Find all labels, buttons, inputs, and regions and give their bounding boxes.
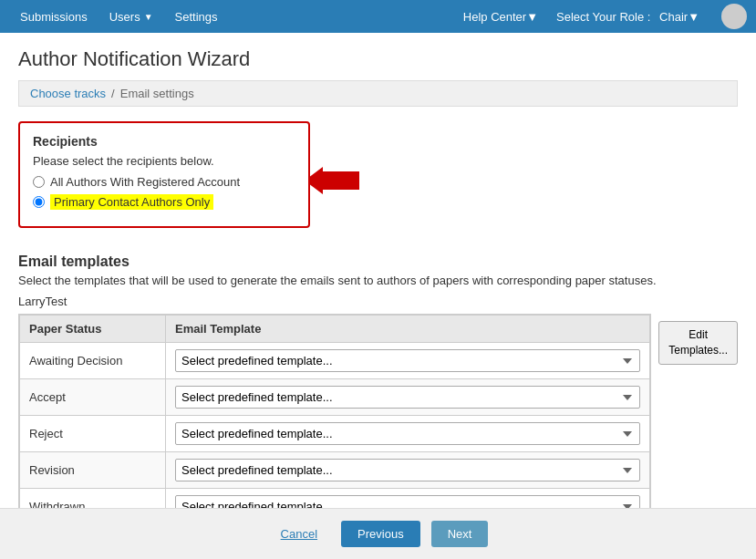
previous-button[interactable]: Previous <box>341 521 420 547</box>
breadcrumb: Choose tracks / Email settings <box>18 80 738 107</box>
help-dropdown-arrow: ▼ <box>526 10 538 24</box>
table-row: Reject Select predefined template... <box>20 416 650 452</box>
navbar-left: Submissions Users ▼ Settings <box>9 0 229 33</box>
table-row: Accept Select predefined template... <box>20 379 650 416</box>
footer-bar: Cancel Previous Next <box>0 508 756 559</box>
nav-settings[interactable]: Settings <box>164 0 229 33</box>
red-arrow-icon <box>305 167 359 194</box>
navbar: Submissions Users ▼ Settings Help Center… <box>0 0 756 33</box>
template-select-accept[interactable]: Select predefined template... <box>175 386 640 409</box>
template-select-reject[interactable]: Select predefined template... <box>175 422 640 445</box>
recipients-box: Recipients Please select the recipients … <box>18 121 310 228</box>
table-area: Paper Status Email Template Awaiting Dec… <box>18 314 738 526</box>
next-button[interactable]: Next <box>431 521 489 547</box>
template-awaiting: Select predefined template... <box>166 343 650 379</box>
edit-templates-button[interactable]: EditTemplates... <box>658 321 738 365</box>
template-accept: Select predefined template... <box>166 379 650 416</box>
radio-primary-contact: Primary Contact Authors Only <box>33 194 295 210</box>
radio-primary-contact-input[interactable] <box>33 196 45 208</box>
template-revision: Select predefined template... <box>166 452 650 489</box>
radio-all-authors-label: All Authors With Registered Account <box>50 175 240 189</box>
edit-templates-wrapper: EditTemplates... <box>658 314 738 365</box>
users-dropdown-arrow: ▼ <box>144 12 153 22</box>
templates-table: Paper Status Email Template Awaiting Dec… <box>19 315 650 525</box>
chair-dropdown-arrow: ▼ <box>688 10 699 24</box>
status-revision: Revision <box>20 452 166 489</box>
page-content: Author Notification Wizard Choose tracks… <box>0 33 756 559</box>
radio-all-authors: All Authors With Registered Account <box>33 175 295 189</box>
col-email-template: Email Template <box>166 316 650 343</box>
svg-marker-0 <box>305 167 359 194</box>
page-title: Author Notification Wizard <box>18 47 738 71</box>
nav-users[interactable]: Users ▼ <box>98 0 164 33</box>
template-reject: Select predefined template... <box>166 416 650 452</box>
nav-submissions[interactable]: Submissions <box>9 0 98 33</box>
radio-all-authors-input[interactable] <box>33 176 45 188</box>
template-select-revision[interactable]: Select predefined template... <box>175 459 640 481</box>
table-row: Revision Select predefined template... <box>20 452 650 489</box>
arrow-indicator <box>305 167 359 197</box>
email-templates-desc: Select the templates that will be used t… <box>18 274 738 287</box>
status-reject: Reject <box>20 416 166 452</box>
track-name: LarryTest <box>18 295 738 308</box>
recipients-description: Please select the recipients below. <box>33 154 295 168</box>
breadcrumb-separator: / <box>111 87 115 100</box>
template-select-awaiting[interactable]: Select predefined template... <box>175 349 640 372</box>
status-awaiting: Awaiting Decision <box>20 343 166 379</box>
cancel-button[interactable]: Cancel <box>268 522 330 546</box>
breadcrumb-choose-tracks[interactable]: Choose tracks <box>30 87 106 100</box>
breadcrumb-email-settings: Email settings <box>120 87 194 100</box>
recipients-title: Recipients <box>33 134 295 149</box>
status-accept: Accept <box>20 379 166 416</box>
avatar[interactable] <box>721 4 747 29</box>
table-row: Awaiting Decision Select predefined temp… <box>20 343 650 379</box>
nav-role: Select Your Role : Chair ▼ <box>547 0 714 33</box>
email-templates-title: Email templates <box>18 254 738 270</box>
navbar-right: Help Center ▼ Select Your Role : Chair ▼ <box>454 0 747 33</box>
nav-chair-dropdown[interactable]: Chair ▼ <box>650 10 705 24</box>
templates-table-wrapper: Paper Status Email Template Awaiting Dec… <box>18 314 651 526</box>
radio-primary-contact-label: Primary Contact Authors Only <box>50 194 213 210</box>
nav-help-center[interactable]: Help Center ▼ <box>454 0 547 33</box>
col-paper-status: Paper Status <box>20 316 166 343</box>
